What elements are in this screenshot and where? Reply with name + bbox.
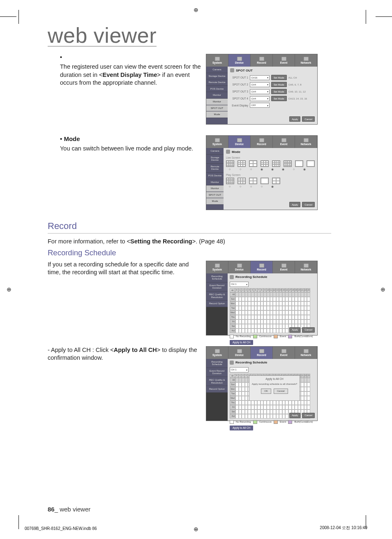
- schedule-cell[interactable]: [235, 400, 239, 405]
- schedule-cell[interactable]: [261, 301, 264, 306]
- schedule-cell[interactable]: [295, 301, 298, 306]
- schedule-cell[interactable]: [292, 315, 295, 319]
- dialog-cancel-button[interactable]: Cancel: [274, 389, 288, 394]
- schedule-cell[interactable]: [261, 414, 264, 419]
- schedule-cell[interactable]: [245, 319, 248, 324]
- schedule-cell[interactable]: [279, 310, 282, 315]
- schedule-cell[interactable]: [285, 301, 288, 306]
- set-mode-button[interactable]: Set Mode: [271, 82, 287, 87]
- set-mode-button[interactable]: Set Mode: [271, 75, 287, 80]
- schedule-cell[interactable]: [285, 310, 288, 315]
- schedule-cell[interactable]: [242, 292, 245, 297]
- schedule-cell[interactable]: [301, 315, 304, 319]
- cancel-button[interactable]: Cancel: [302, 202, 315, 207]
- schedule-cell[interactable]: [248, 409, 251, 414]
- schedule-cell[interactable]: [295, 310, 298, 315]
- schedule-cell[interactable]: [301, 292, 304, 297]
- schedule-cell[interactable]: [263, 409, 267, 414]
- schedule-cell[interactable]: [279, 328, 282, 333]
- radio[interactable]: ○: [226, 168, 233, 171]
- schedule-cell[interactable]: [267, 306, 270, 310]
- schedule-cell[interactable]: [239, 306, 242, 310]
- cancel-button[interactable]: Cancel: [302, 413, 315, 418]
- schedule-cell[interactable]: [276, 405, 279, 409]
- schedule-cell[interactable]: [298, 301, 301, 306]
- layout-icon[interactable]: [226, 178, 234, 184]
- schedule-cell[interactable]: [248, 310, 251, 315]
- schedule-cell[interactable]: [270, 306, 273, 310]
- schedule-cell[interactable]: [254, 297, 258, 301]
- layout-icon[interactable]: [249, 160, 257, 167]
- apply-button[interactable]: Apply: [289, 116, 300, 122]
- sidebar-item[interactable]: Event Record Duration: [206, 282, 228, 291]
- radio[interactable]: ○: [226, 185, 233, 188]
- tab-system[interactable]: System: [206, 261, 228, 273]
- schedule-cell[interactable]: [276, 400, 279, 405]
- schedule-cell[interactable]: [267, 310, 270, 315]
- schedule-cell[interactable]: [242, 396, 245, 400]
- spot-select[interactable]: CH4▾: [250, 96, 270, 101]
- schedule-cell[interactable]: [307, 382, 310, 387]
- schedule-cell[interactable]: [239, 315, 242, 319]
- schedule-cell[interactable]: [242, 405, 245, 409]
- sidebar-item[interactable]: POS Device: [206, 86, 228, 93]
- schedule-cell[interactable]: [292, 292, 295, 297]
- schedule-cell[interactable]: [235, 414, 239, 419]
- schedule-cell[interactable]: [257, 301, 261, 306]
- schedule-cell[interactable]: [282, 310, 286, 315]
- cancel-button[interactable]: Cancel: [302, 116, 315, 122]
- set-mode-button[interactable]: Set Mode: [271, 96, 287, 101]
- schedule-cell[interactable]: [242, 400, 245, 405]
- radio[interactable]: ◉: [269, 168, 276, 171]
- schedule-cell[interactable]: [239, 396, 242, 400]
- schedule-cell[interactable]: [292, 310, 295, 315]
- schedule-cell[interactable]: [285, 414, 288, 419]
- schedule-cell[interactable]: [301, 405, 304, 409]
- schedule-cell[interactable]: [254, 400, 258, 405]
- schedule-cell[interactable]: [279, 292, 282, 297]
- tab-system[interactable]: System: [206, 136, 228, 148]
- layout-icon[interactable]: [307, 160, 315, 167]
- schedule-cell[interactable]: [285, 297, 288, 301]
- tab-network[interactable]: Network: [295, 261, 317, 273]
- tab-device[interactable]: Device: [228, 54, 251, 67]
- schedule-cell[interactable]: [301, 387, 304, 391]
- schedule-cell[interactable]: [245, 387, 248, 391]
- schedule-cell[interactable]: [263, 315, 267, 319]
- schedule-cell[interactable]: [276, 328, 279, 333]
- tab-system[interactable]: System: [206, 347, 228, 359]
- schedule-cell[interactable]: [304, 382, 307, 387]
- spot-select[interactable]: CH4▾: [250, 89, 270, 94]
- schedule-cell[interactable]: [239, 414, 242, 419]
- schedule-cell[interactable]: [239, 382, 242, 387]
- sidebar-item[interactable]: Record Option: [206, 386, 228, 393]
- schedule-cell[interactable]: [245, 301, 248, 306]
- schedule-cell[interactable]: [295, 292, 298, 297]
- apply-to-all-ch-button[interactable]: Apply to All CH: [230, 340, 253, 345]
- schedule-cell[interactable]: [267, 414, 270, 419]
- schedule-cell[interactable]: [257, 409, 261, 414]
- schedule-cell[interactable]: [276, 292, 279, 297]
- schedule-cell[interactable]: [304, 301, 307, 306]
- schedule-cell[interactable]: [254, 319, 258, 324]
- sidebar-item[interactable]: Remote Device: [206, 79, 228, 86]
- schedule-cell[interactable]: [251, 409, 254, 414]
- schedule-cell[interactable]: [288, 306, 292, 310]
- sidebar-item[interactable]: SPOT OUT: [206, 192, 224, 199]
- schedule-cell[interactable]: [304, 378, 307, 382]
- radio[interactable]: ○: [247, 185, 255, 188]
- schedule-cell[interactable]: [279, 319, 282, 324]
- schedule-cell[interactable]: [273, 310, 276, 315]
- schedule-cell[interactable]: [276, 301, 279, 306]
- schedule-cell[interactable]: [301, 391, 304, 396]
- set-mode-button[interactable]: Set Mode: [271, 89, 287, 94]
- schedule-cell[interactable]: [254, 405, 258, 409]
- schedule-cell[interactable]: [304, 405, 307, 409]
- sidebar-item[interactable]: Camera: [206, 148, 224, 155]
- layout-icon[interactable]: [295, 160, 303, 167]
- schedule-cell[interactable]: [254, 292, 258, 297]
- schedule-cell[interactable]: [257, 405, 261, 409]
- schedule-cell[interactable]: [235, 328, 239, 333]
- schedule-cell[interactable]: [304, 310, 307, 315]
- schedule-cell[interactable]: [242, 409, 245, 414]
